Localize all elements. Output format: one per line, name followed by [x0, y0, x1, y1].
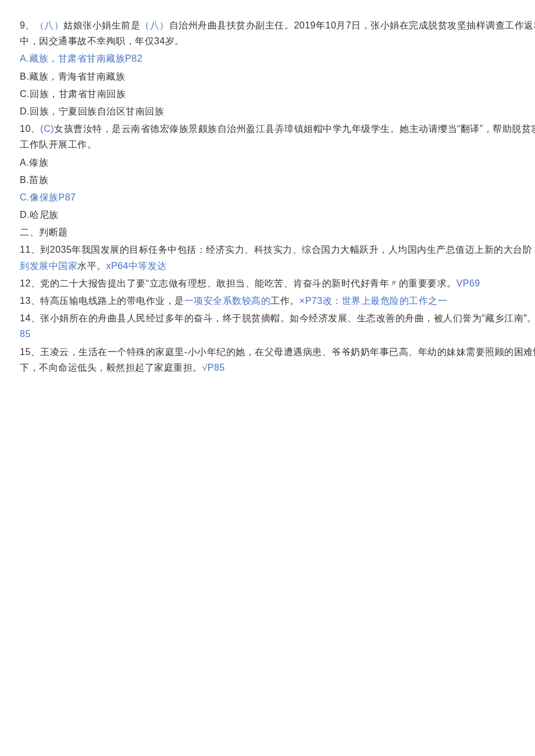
text-segment: 女孩曹汝特，是云南省德宏傣族景颇族自治州盈江县弄璋镇姐帽中学九年级学生。她主动请… [20, 124, 535, 149]
q13-line: 13、特高压输电线路上的带电作业，是一项安全系数较高的工作。×P73改：世界上最… [20, 293, 535, 309]
q9-option-a: A.藏族，甘肃省甘南藏族P82 [20, 51, 535, 66]
text-segment: 二、判断题 [20, 227, 68, 237]
text-segment: 工作。 [270, 296, 299, 306]
text-segment: 10、 [20, 124, 40, 134]
text-segment: B.苗族 [20, 175, 48, 185]
text-segment: （八） [140, 20, 169, 30]
q9-option-c: C.回族，甘肃省甘南回族 [20, 86, 535, 102]
q14-line: 14、张小娟所在的舟曲县人民经过多年的奋斗，终于脱贫摘帽。如今经济发展、生态改善… [20, 310, 535, 342]
text-segment: C.像保族P87 [20, 192, 76, 202]
text-segment: ×P73改：世界上最危险的工作之一 [299, 296, 447, 306]
text-segment: D.回族，宁夏回族自治区甘南回族 [20, 106, 164, 116]
text-segment: 一项安全系数较高的 [184, 296, 271, 306]
text-segment: xP64中等发达 [106, 261, 167, 271]
q10-option-d: D.哈尼族 [20, 207, 535, 223]
text-segment: 水平。 [77, 261, 106, 271]
q9-option-b: B.藏族，青海省甘南藏族 [20, 69, 535, 84]
text-segment: C.回族，甘肃省甘南回族 [20, 89, 126, 99]
text-segment: 11、到2035年我国发展的目标任务中包括：经济实力、科技实力、综合国力大幅跃升… [20, 245, 535, 255]
q15-line: 15、王凌云，生活在一个特殊的家庭里-小小年纪的她，在父母遭遇病患、爷爷奶奶年事… [20, 344, 535, 375]
text-segment: 姑娘张小娟生前是 [63, 20, 140, 30]
text-segment: 13、特高压输电线路上的带电作业，是 [20, 296, 184, 306]
q10-option-b: B.苗族 [20, 172, 535, 188]
section-header: 二、判断题 [20, 224, 535, 240]
q9-line1: 9、（八）姑娘张小娟生前是（八）自治州舟曲县扶贫办副主任。2019年10月7日，… [20, 17, 535, 49]
text-segment: 14、张小娟所在的舟曲县人民经过多年的奋斗，终于脱贫摘帽。如今经济发展、生态改善… [20, 313, 535, 323]
text-segment: （八） [35, 20, 64, 30]
q10-option-c: C.像保族P87 [20, 189, 535, 205]
text-segment: 到发展中国家 [20, 261, 77, 271]
q12-line: 12、党的二十大报告提出了要“立志做有理想、敢担当、能吃苦、肯奋斗的新时代好青年… [20, 275, 535, 291]
q10-line1: 10、(C)女孩曹汝特，是云南省德宏傣族景颇族自治州盈江县弄璋镇姐帽中学九年级学… [20, 121, 535, 152]
document-body: 9、（八）姑娘张小娟生前是（八）自治州舟曲县扶贫办副主任。2019年10月7日，… [20, 17, 535, 375]
text-segment: B.藏族，青海省甘南藏族 [20, 71, 125, 81]
text-segment: √P85 [202, 363, 225, 372]
text-segment: 15、王凌云，生活在一个特殊的家庭里-小小年纪的她，在父母遭遇病患、爷爷奶奶年事… [20, 347, 535, 372]
text-segment: 12、党的二十大报告提出了要“立志做有理想、敢担当、能吃苦、肯奋斗的新时代好青年… [20, 278, 456, 288]
text-segment: (C) [40, 124, 54, 134]
text-segment: D.哈尼族 [20, 210, 59, 220]
text-segment: 9、 [20, 20, 35, 30]
text-segment: VP69 [456, 278, 480, 288]
text-segment: A.藏族，甘肃省甘南藏族P82 [20, 53, 142, 63]
q10-option-a: A.傣族 [20, 155, 535, 170]
q9-option-d: D.回族，宁夏回族自治区甘南回族 [20, 103, 535, 119]
q11-line: 11、到2035年我国发展的目标任务中包括：经济实力、科技实力、综合国力大幅跃升… [20, 242, 535, 273]
text-segment: A.傣族 [20, 157, 48, 167]
